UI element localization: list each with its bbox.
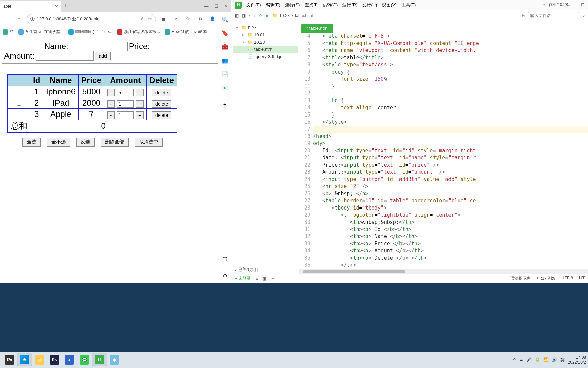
overflow-icon[interactable]: »	[543, 3, 546, 7]
sync-icon[interactable]: ✲	[271, 276, 275, 281]
code-editor[interactable]: 4567891011121314151617181920212223242526…	[299, 33, 588, 274]
tray-wifi-icon[interactable]: 📶	[543, 357, 549, 362]
bookmark-item[interactable]: 航	[3, 29, 14, 35]
run-icon[interactable]: ▶	[266, 13, 269, 18]
horizontal-scrollbar[interactable]	[299, 269, 588, 274]
extensions-icon[interactable]: ✧	[171, 14, 180, 24]
plus-button[interactable]: +	[136, 89, 144, 96]
name-input[interactable]	[70, 42, 128, 51]
taskbar-clock[interactable]: 17:08 2022/10/2	[568, 355, 586, 365]
panel-left-icon[interactable]: ◧	[235, 13, 239, 18]
quantity-input[interactable]	[117, 111, 134, 119]
row-checkbox[interactable]	[17, 101, 21, 106]
invert-select-button[interactable]: 反选	[76, 138, 95, 147]
menu-find[interactable]: 查找(I)	[305, 2, 317, 8]
select-all-button[interactable]: 全选	[22, 138, 41, 147]
panel-bottom-icon[interactable]: ◨	[242, 13, 246, 18]
star-icon[interactable]: ☆	[259, 13, 262, 18]
quantity-input[interactable]	[117, 100, 134, 108]
preview-icon[interactable]: ⎘	[522, 13, 525, 18]
delete-button[interactable]: delete	[152, 89, 171, 96]
login-status[interactable]: ● 未登录	[235, 276, 251, 281]
menu-goto[interactable]: 跳转(G)	[323, 2, 338, 8]
breadcrumb[interactable]: 📁 10.28 › table.html	[272, 13, 313, 18]
taskbar-app-last[interactable]: ◆	[107, 353, 122, 366]
bookmark-item[interactable]: 浙江省等级考试报...	[117, 29, 160, 35]
minimize-icon[interactable]: —	[204, 4, 208, 9]
tree-root[interactable]: ▾📁作业	[233, 23, 298, 31]
file-finder-input[interactable]	[528, 12, 579, 19]
menu-run[interactable]: 运行(R)	[342, 2, 357, 8]
reading-mode-icon[interactable]: A⁺	[141, 16, 146, 21]
delete-all-button[interactable]: 删除全部	[101, 138, 129, 147]
collections-icon[interactable]: ⧉	[195, 14, 205, 24]
menu-view[interactable]: 视图(V)	[382, 2, 396, 8]
add-sidebar-icon[interactable]: +	[221, 101, 229, 108]
tree-file-jquery[interactable]: 📄jquery-3.6.0.js	[233, 53, 298, 60]
taskbar-pycharm[interactable]: Py	[2, 353, 17, 366]
cancel-select-button[interactable]: 取消选中	[135, 138, 163, 147]
toolbar-icon-1[interactable]: ◼	[159, 14, 168, 24]
filter-icon[interactable]: ▿	[583, 13, 585, 18]
minus-button[interactable]: -	[107, 89, 115, 96]
close-window-icon[interactable]: ×	[225, 4, 227, 9]
tray-volume-icon[interactable]: 🔊	[552, 357, 557, 362]
toolbox-icon[interactable]: 🧰	[221, 43, 229, 50]
taskbar-app-blue[interactable]: ▲	[62, 353, 77, 366]
delete-button[interactable]: delete	[152, 111, 171, 119]
bookmark-item[interactable]: How2J 的 Java教程	[165, 29, 207, 35]
encoding[interactable]: UTF-8	[561, 276, 573, 281]
active-file-tab[interactable]: * table.html	[301, 24, 333, 33]
plus-button[interactable]: +	[136, 100, 144, 108]
close-tab-icon[interactable]: ×	[55, 4, 58, 9]
taskbar-edge[interactable]: e	[17, 353, 32, 366]
maximize-icon[interactable]: ☐	[581, 3, 585, 7]
taskbar-photoshop[interactable]: Ps	[47, 353, 62, 366]
add-button[interactable]: add	[95, 52, 110, 60]
bookmark-item[interactable]: 哔哩哔哩 (゜-゜)つ...	[68, 29, 112, 35]
tree-folder-1028[interactable]: ▾📁10.28	[233, 39, 298, 46]
back-icon[interactable]: ←	[2, 14, 12, 24]
people-icon[interactable]: 👥	[221, 57, 229, 64]
menu-tools[interactable]: 工具(T)	[402, 2, 416, 8]
favorites-icon[interactable]: ☆	[183, 14, 193, 24]
quantity-input[interactable]	[117, 89, 134, 96]
terminal-icon[interactable]: ▣	[263, 276, 266, 281]
tree-folder-1001[interactable]: ▸📁10.01	[233, 31, 298, 39]
row-checkbox[interactable]	[17, 112, 21, 117]
deselect-all-button[interactable]: 全不选	[47, 138, 70, 147]
search-icon[interactable]: 🔍	[221, 16, 229, 23]
plus-button[interactable]: +	[136, 111, 144, 119]
settings-icon[interactable]: ⚙	[221, 272, 229, 279]
syntax-hint[interactable]: 语法提示库	[510, 276, 531, 281]
office-icon[interactable]: 📄	[221, 70, 229, 78]
profile-icon[interactable]: 👤	[208, 14, 217, 24]
language-mode[interactable]: HT	[579, 276, 585, 281]
browser-tab[interactable]: able ×	[0, 1, 61, 12]
menu-publish[interactable]: 发行(U)	[362, 2, 377, 8]
tray-ime[interactable]: 英	[560, 357, 565, 363]
menu-edit[interactable]: 编辑(E)	[266, 2, 280, 8]
maximize-icon[interactable]: ☐	[214, 4, 218, 9]
tray-battery-icon[interactable]: 🔋	[535, 357, 540, 362]
taskbar-hbuilder[interactable]: H	[92, 353, 107, 366]
id-input[interactable]	[2, 42, 43, 51]
nav-back-icon[interactable]: ‹	[249, 13, 250, 18]
taskbar-explorer[interactable]: 📁	[32, 353, 47, 366]
tray-chevron-icon[interactable]: ^	[513, 357, 516, 362]
panel-toggle-icon[interactable]: ▢	[221, 255, 229, 262]
minimize-icon[interactable]: —	[574, 3, 578, 7]
row-checkbox[interactable]	[17, 90, 21, 94]
new-tab-button[interactable]: +	[64, 3, 68, 10]
taskbar-wechat[interactable]: 💬	[77, 353, 92, 366]
outlook-icon[interactable]: 📧	[221, 84, 229, 91]
home-icon[interactable]: ⌂	[14, 14, 24, 24]
closed-projects[interactable]: ›已关闭项目	[231, 265, 299, 274]
delete-button[interactable]: delete	[152, 100, 171, 108]
tray-onedrive-icon[interactable]: ☁	[519, 357, 523, 362]
amount-input[interactable]	[36, 51, 94, 61]
address-bar[interactable]: ⓘ 127.0.0.1:8848/作业/10.28/table.... A⁺ ☆	[27, 14, 156, 24]
indent-icon[interactable]: ≡	[256, 276, 258, 281]
tree-file-table[interactable]: <>table.html	[233, 46, 298, 53]
minus-button[interactable]: -	[107, 100, 115, 108]
